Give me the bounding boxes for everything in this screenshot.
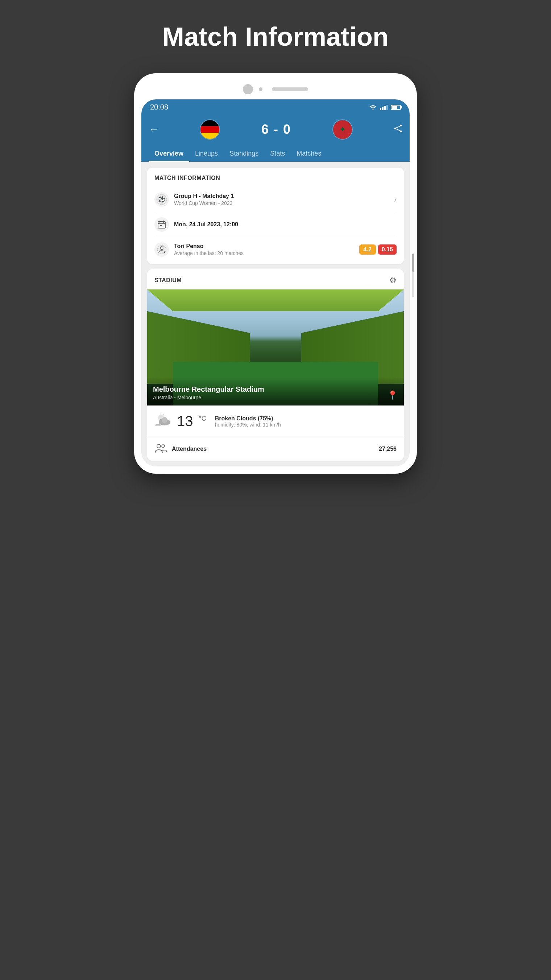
- match-score: 6 - 0: [261, 122, 291, 137]
- phone-notch: [141, 81, 410, 99]
- morocco-star-icon: ✦: [339, 126, 346, 134]
- weather-description-block: Broken Clouds (75%) humidity: 80%, wind:…: [215, 415, 397, 428]
- stadium-card-header: STADIUM ⚙: [147, 269, 404, 290]
- stadium-image: Melbourne Rectangular Stadium Australia …: [147, 290, 404, 406]
- stadium-name: Melbourne Rectangular Stadium: [153, 385, 264, 394]
- weather-icon: [154, 412, 172, 431]
- svg-line-4: [396, 129, 400, 131]
- svg-point-22: [162, 417, 167, 423]
- weather-detail: humidity: 80%, wind: 11 km/h: [215, 422, 397, 428]
- battery-icon: [391, 105, 401, 110]
- tab-overview[interactable]: Overview: [149, 145, 189, 162]
- competition-arrow-icon: ›: [394, 196, 397, 204]
- referee-content: Tori Penso Average in the last 20 matche…: [174, 243, 354, 257]
- svg-rect-11: [160, 225, 162, 226]
- location-pin-icon[interactable]: 📍: [387, 390, 398, 401]
- phone-screen: 20:08: [141, 99, 410, 466]
- signal-icon: [380, 105, 388, 110]
- status-icons: [369, 105, 401, 110]
- tab-standings[interactable]: Standings: [224, 145, 264, 162]
- page-title: Match Information: [162, 22, 389, 51]
- tab-lineups[interactable]: Lineups: [189, 145, 224, 162]
- share-icon: [394, 124, 402, 132]
- competition-content: Group H - Matchday 1 World Cup Women - 2…: [174, 192, 389, 207]
- referee-icon-wrapper: [154, 242, 169, 257]
- referee-badge-1: 4.2: [359, 245, 376, 255]
- wifi-icon: [369, 105, 377, 110]
- stadium-card-title: STADIUM: [154, 277, 182, 284]
- weather-unit: °C: [199, 415, 206, 423]
- svg-point-2: [394, 128, 396, 129]
- competition-icon: ⚽: [154, 192, 169, 207]
- svg-line-18: [163, 415, 164, 415]
- match-header-top: ← 6 - 0 ✦: [149, 119, 402, 140]
- competition-subtitle: World Cup Women - 2023: [174, 200, 389, 206]
- svg-point-1: [400, 130, 402, 132]
- referee-icon: [157, 245, 167, 254]
- share-button[interactable]: [394, 124, 402, 135]
- calendar-icon: [157, 220, 166, 229]
- tab-matches[interactable]: Matches: [291, 145, 327, 162]
- referee-badge-2: 0.15: [378, 245, 397, 255]
- svg-line-3: [396, 126, 400, 128]
- svg-text:⚽: ⚽: [158, 196, 165, 203]
- back-button[interactable]: ←: [149, 124, 159, 135]
- svg-rect-7: [158, 222, 165, 228]
- competition-row[interactable]: ⚽ Group H - Matchday 1 World Cup Women -…: [154, 187, 397, 212]
- svg-point-25: [157, 444, 160, 448]
- svg-point-26: [162, 445, 165, 447]
- phone-speaker: [272, 88, 308, 91]
- weather-row: 13 °C Broken Clouds (75%) humidity: 80%,…: [147, 406, 404, 437]
- referee-badges: 4.2 0.15: [359, 245, 397, 255]
- nav-tabs: Overview Lineups Standings Stats Matches: [149, 145, 402, 162]
- calendar-icon-wrapper: [154, 217, 169, 232]
- attendance-label: Attendances: [172, 446, 206, 452]
- datetime-row: Mon, 24 Jul 2023, 12:00: [154, 212, 397, 237]
- svg-point-0: [400, 125, 402, 127]
- tab-stats[interactable]: Stats: [264, 145, 291, 162]
- status-bar: 20:08: [141, 99, 410, 114]
- stadium-info: Melbourne Rectangular Stadium Australia …: [153, 385, 264, 401]
- sensor-dot-1: [259, 88, 262, 91]
- phone-sensors: [259, 88, 262, 91]
- referee-name: Tori Penso: [174, 243, 354, 250]
- attendance-value: 27,256: [379, 446, 397, 452]
- attendance-icon: [154, 443, 167, 455]
- attendees-icon: [154, 443, 167, 453]
- stadium-roof: [147, 290, 404, 311]
- datetime-label: Mon, 24 Jul 2023, 12:00: [174, 221, 397, 229]
- match-header: ← 6 - 0 ✦: [141, 114, 410, 162]
- datetime-content: Mon, 24 Jul 2023, 12:00: [174, 221, 397, 229]
- weather-description: Broken Clouds (75%): [215, 415, 397, 422]
- stadium-card: STADIUM ⚙ Melbourne Rectangular Stadi: [147, 269, 404, 461]
- home-team-flag: [200, 119, 220, 140]
- away-team-flag: ✦: [332, 119, 353, 140]
- attendance-row: Attendances 27,256: [147, 437, 404, 461]
- status-time: 20:08: [150, 103, 168, 111]
- broken-clouds-icon: [154, 412, 172, 427]
- phone-frame: 20:08: [134, 73, 417, 474]
- attendance-left: Attendances: [154, 443, 206, 455]
- stadium-overlay: Melbourne Rectangular Stadium Australia …: [147, 377, 404, 406]
- weather-temperature: 13: [177, 413, 193, 430]
- match-info-card: MATCH INFORMATION ⚽ Group H - Matchday 1…: [147, 167, 404, 264]
- match-info-card-title: MATCH INFORMATION: [154, 175, 397, 181]
- svg-point-15: [162, 246, 164, 248]
- competition-name: Group H - Matchday 1: [174, 192, 389, 200]
- stadium-location: Australia - Melbourne: [153, 395, 264, 401]
- referee-row: Tori Penso Average in the last 20 matche…: [154, 237, 397, 257]
- referee-subtitle: Average in the last 20 matches: [174, 250, 354, 256]
- stadium-settings-icon[interactable]: ⚙: [389, 276, 397, 285]
- content-area: MATCH INFORMATION ⚽ Group H - Matchday 1…: [141, 162, 410, 466]
- front-camera: [243, 84, 253, 94]
- world-cup-icon: ⚽: [156, 194, 167, 205]
